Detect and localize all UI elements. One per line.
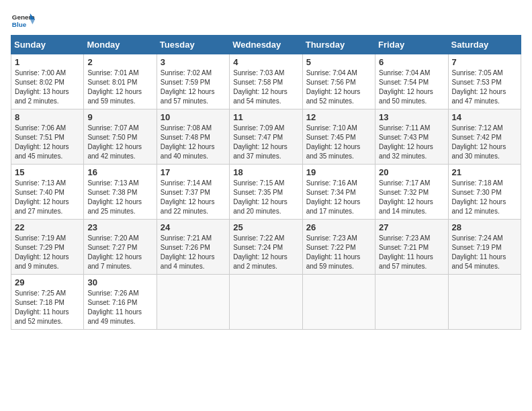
calendar-cell: 5 Sunrise: 7:04 AM Sunset: 7:56 PM Dayli… [302,54,375,109]
calendar-cell: 19 Sunrise: 7:16 AM Sunset: 7:34 PM Dayl… [302,165,375,220]
sunset-label: Sunset: 7:50 PM [87,134,137,141]
day-info: Sunrise: 7:00 AM Sunset: 8:02 PM Dayligh… [15,68,80,106]
col-saturday: Saturday [448,36,521,54]
daylight-label: Daylight: 11 hours and 49 minutes. [87,308,142,325]
sunset-label: Sunset: 7:54 PM [379,79,429,86]
calendar-cell: 10 Sunrise: 7:08 AM Sunset: 7:48 PM Dayl… [157,109,229,165]
day-info: Sunrise: 7:10 AM Sunset: 7:45 PM Dayligh… [306,124,371,161]
day-number: 30 [87,277,152,287]
sunset-label: Sunset: 8:02 PM [15,79,64,86]
day-info: Sunrise: 7:18 AM Sunset: 7:30 PM Dayligh… [452,179,517,216]
day-number: 6 [379,57,444,67]
day-number: 17 [161,167,226,177]
col-sunday: Sunday [11,36,84,54]
calendar-cell: 13 Sunrise: 7:11 AM Sunset: 7:43 PM Dayl… [375,109,448,165]
day-info: Sunrise: 7:22 AM Sunset: 7:24 PM Dayligh… [233,234,298,271]
calendar-cell: 20 Sunrise: 7:17 AM Sunset: 7:32 PM Dayl… [375,165,448,220]
calendar-cell: 21 Sunrise: 7:18 AM Sunset: 7:30 PM Dayl… [448,165,521,220]
day-info: Sunrise: 7:06 AM Sunset: 7:51 PM Dayligh… [15,124,80,161]
day-number: 16 [87,167,152,177]
sunrise-label: Sunrise: 7:13 AM [87,179,138,187]
sunrise-label: Sunrise: 7:23 AM [306,234,357,242]
daylight-label: Daylight: 12 hours and 25 minutes. [87,198,142,215]
daylight-label: Daylight: 12 hours and 22 minutes. [161,198,215,215]
sunset-label: Sunset: 7:27 PM [87,244,137,251]
sunrise-label: Sunrise: 7:11 AM [379,124,430,132]
day-number: 19 [306,167,371,177]
sunset-label: Sunset: 7:48 PM [161,134,210,141]
day-number: 25 [233,222,298,232]
col-friday: Friday [375,36,448,54]
sunrise-label: Sunrise: 7:19 AM [15,234,66,242]
sunrise-label: Sunrise: 7:26 AM [87,289,138,297]
sunrise-label: Sunrise: 7:14 AM [161,179,212,187]
daylight-label: Daylight: 12 hours and 37 minutes. [233,143,287,160]
daylight-label: Daylight: 12 hours and 54 minutes. [233,88,287,105]
calendar-cell: 27 Sunrise: 7:23 AM Sunset: 7:21 PM Dayl… [375,220,448,275]
day-number: 14 [452,112,517,122]
day-number: 15 [15,167,80,177]
day-number: 23 [87,222,152,232]
daylight-label: Daylight: 12 hours and 30 minutes. [452,143,506,160]
sunrise-label: Sunrise: 7:03 AM [233,69,284,77]
col-monday: Monday [84,36,157,54]
calendar-cell [375,275,448,330]
sunset-label: Sunset: 7:35 PM [233,189,283,196]
sunset-label: Sunset: 8:01 PM [87,79,137,86]
daylight-label: Daylight: 12 hours and 27 minutes. [15,198,69,215]
day-info: Sunrise: 7:21 AM Sunset: 7:26 PM Dayligh… [161,234,226,271]
col-thursday: Thursday [302,36,375,54]
sunset-label: Sunset: 7:59 PM [161,79,210,86]
calendar-cell: 14 Sunrise: 7:12 AM Sunset: 7:42 PM Dayl… [448,109,521,165]
sunset-label: Sunset: 7:30 PM [452,189,502,196]
sunrise-label: Sunrise: 7:25 AM [15,289,66,297]
calendar-cell: 15 Sunrise: 7:13 AM Sunset: 7:40 PM Dayl… [11,165,84,220]
sunrise-label: Sunrise: 7:12 AM [452,124,503,132]
daylight-label: Daylight: 12 hours and 40 minutes. [161,143,215,160]
day-info: Sunrise: 7:15 AM Sunset: 7:35 PM Dayligh… [233,179,298,216]
sunset-label: Sunset: 7:19 PM [452,244,502,251]
day-number: 11 [233,112,298,122]
day-number: 21 [452,167,517,177]
sunrise-label: Sunrise: 7:13 AM [15,179,66,187]
calendar-cell: 3 Sunrise: 7:02 AM Sunset: 7:59 PM Dayli… [157,54,229,109]
calendar-cell [448,275,521,330]
day-number: 10 [161,112,226,122]
daylight-label: Daylight: 12 hours and 32 minutes. [379,143,433,160]
calendar-cell: 17 Sunrise: 7:14 AM Sunset: 7:37 PM Dayl… [157,165,229,220]
sunset-label: Sunset: 7:43 PM [379,134,429,141]
daylight-label: Daylight: 12 hours and 2 minutes. [233,253,287,270]
sunrise-label: Sunrise: 7:20 AM [87,234,138,242]
day-info: Sunrise: 7:04 AM Sunset: 7:56 PM Dayligh… [306,68,371,106]
sunrise-label: Sunrise: 7:05 AM [452,69,503,77]
day-number: 20 [379,167,444,177]
sunrise-label: Sunrise: 7:17 AM [379,179,430,187]
sunrise-label: Sunrise: 7:08 AM [161,124,212,132]
sunrise-label: Sunrise: 7:01 AM [87,69,138,77]
sunset-label: Sunset: 7:18 PM [15,299,64,306]
day-info: Sunrise: 7:09 AM Sunset: 7:47 PM Dayligh… [233,124,298,161]
day-number: 29 [15,277,80,287]
calendar-row: 8 Sunrise: 7:06 AM Sunset: 7:51 PM Dayli… [11,109,521,165]
day-number: 18 [233,167,298,177]
daylight-label: Daylight: 12 hours and 52 minutes. [306,88,361,105]
day-info: Sunrise: 7:13 AM Sunset: 7:38 PM Dayligh… [87,179,152,216]
sunset-label: Sunset: 7:16 PM [87,299,137,306]
sunset-label: Sunset: 7:42 PM [452,134,502,141]
day-number: 8 [15,112,80,122]
daylight-label: Daylight: 12 hours and 59 minutes. [87,88,142,105]
sunset-label: Sunset: 7:21 PM [379,244,429,251]
day-info: Sunrise: 7:03 AM Sunset: 7:58 PM Dayligh… [233,68,298,106]
daylight-label: Daylight: 12 hours and 47 minutes. [452,88,506,105]
day-info: Sunrise: 7:05 AM Sunset: 7:53 PM Dayligh… [452,68,517,106]
svg-marker-3 [30,19,35,24]
day-number: 28 [452,222,517,232]
calendar-cell: 22 Sunrise: 7:19 AM Sunset: 7:29 PM Dayl… [11,220,84,275]
sunrise-label: Sunrise: 7:23 AM [379,234,430,242]
day-info: Sunrise: 7:14 AM Sunset: 7:37 PM Dayligh… [161,179,226,216]
sunrise-label: Sunrise: 7:21 AM [161,234,212,242]
calendar-cell [230,275,302,330]
daylight-label: Daylight: 12 hours and 50 minutes. [379,88,433,105]
sunset-label: Sunset: 7:29 PM [15,244,64,251]
page-header: General Blue [11,11,521,30]
